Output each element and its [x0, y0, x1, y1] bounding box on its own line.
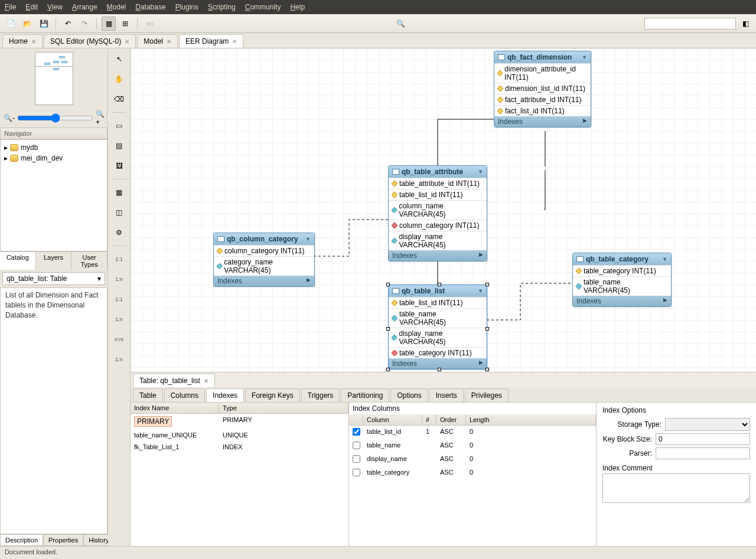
detail-tab-indexes[interactable]: Indexes [206, 388, 244, 402]
detail-tab-foreign-keys[interactable]: Foreign Keys [245, 388, 300, 402]
expand-icon[interactable]: ▶ [479, 251, 483, 260]
detail-tab-columns[interactable]: Columns [164, 388, 205, 402]
rel-1n-ni-tool-icon[interactable]: 1:n [111, 311, 128, 328]
col-index-name[interactable]: Index Name [131, 403, 219, 413]
idx-col-row[interactable]: table_categoryASC0 [349, 466, 596, 480]
expand-icon[interactable]: ▶ [479, 359, 483, 368]
layer-tool-icon[interactable]: ▭ [111, 117, 128, 134]
indexes-label[interactable]: Indexes [576, 297, 601, 305]
detail-tab-inserts[interactable]: Inserts [429, 388, 464, 402]
index-list[interactable]: Index Name Type PRIMARY PRIMARY table_na… [131, 403, 349, 546]
navigator-thumbnail[interactable] [35, 52, 73, 105]
idx-col-check[interactable] [353, 469, 360, 476]
idx-col-row[interactable]: table_nameASC0 [349, 439, 596, 453]
menu-scripting[interactable]: Scripting [208, 3, 236, 11]
undo-icon[interactable]: ↶ [61, 17, 75, 31]
close-icon[interactable]: ✕ [31, 38, 36, 45]
collapse-icon[interactable]: ▼ [305, 236, 311, 242]
tab-model[interactable]: Model✕ [137, 34, 178, 48]
entity-qb-column-category[interactable]: qb_column_category▼ column_category INT(… [213, 233, 315, 287]
idx-col-row[interactable]: display_nameASC0 [349, 453, 596, 466]
menu-community[interactable]: Community [245, 3, 281, 11]
resize-handle[interactable] [386, 283, 390, 286]
tab-home[interactable]: Home✕ [2, 34, 43, 48]
idx-col-row[interactable]: table_list_id1ASC0 [349, 426, 596, 439]
entity-qb-table-list[interactable]: qb_table_list▼ table_list_id INT(11) tab… [388, 285, 487, 370]
zoom-out-icon[interactable]: 🔍- [4, 114, 15, 122]
entity-qb-table-category[interactable]: qb_table_category▼ table_category INT(11… [572, 253, 672, 307]
indexes-label[interactable]: Indexes [392, 359, 417, 368]
rel-11-tool-icon[interactable]: 1:1 [111, 251, 128, 267]
close-icon[interactable]: ✕ [167, 38, 171, 45]
col-length[interactable]: Length [466, 414, 596, 425]
save-icon[interactable]: 💾 [37, 17, 51, 31]
collapse-icon[interactable]: ▼ [478, 169, 483, 175]
eer-canvas[interactable]: qb_fact_dimension▼ dimension_attribute_i… [131, 48, 756, 372]
menu-view[interactable]: View [47, 3, 63, 11]
zoom-in-icon[interactable]: 🔍+ [96, 110, 105, 126]
index-row-primary[interactable]: PRIMARY PRIMARY [131, 414, 348, 429]
index-comment-input[interactable] [602, 473, 750, 503]
search-input[interactable] [644, 18, 736, 30]
idx-col-check[interactable] [353, 428, 360, 436]
expand-icon[interactable]: ▶ [307, 277, 311, 285]
close-icon[interactable]: ✕ [232, 38, 237, 45]
detail-tab-options[interactable]: Options [390, 388, 428, 402]
object-selector[interactable]: qb_table_list: Table ▾ [2, 272, 105, 285]
menu-database[interactable]: Database [135, 3, 165, 11]
rel-existing-tool-icon[interactable]: 1:n [111, 351, 128, 368]
tab-catalog[interactable]: Catalog [0, 252, 36, 270]
hand-tool-icon[interactable]: ✋ [111, 71, 128, 87]
detail-tab-table[interactable]: Table [133, 388, 163, 402]
resize-handle[interactable] [438, 283, 441, 286]
tree-item-mydb[interactable]: ▸mydb [3, 142, 105, 153]
sidebar-toggle-icon[interactable]: ◧ [738, 17, 752, 31]
view-tool-icon[interactable]: ◫ [111, 204, 128, 221]
resize-handle[interactable] [438, 368, 441, 371]
indexes-label[interactable]: Indexes [217, 277, 242, 285]
grid-toggle-icon[interactable]: ▦ [102, 17, 116, 31]
tab-user-types[interactable]: User Types [71, 252, 107, 270]
resize-handle[interactable] [485, 327, 489, 331]
tab-sql-editor[interactable]: SQL Editor (MySQL-0)✕ [44, 34, 136, 48]
rel-1n-tool-icon[interactable]: 1:n [111, 271, 128, 287]
col-num[interactable]: # [422, 414, 436, 425]
resize-handle[interactable] [485, 283, 489, 286]
collapse-icon[interactable]: ▼ [662, 256, 667, 262]
menu-edit[interactable]: Edit [25, 3, 38, 11]
parser-input[interactable] [656, 447, 750, 459]
col-column[interactable]: Column [363, 414, 422, 425]
resize-handle[interactable] [386, 368, 390, 371]
menu-file[interactable]: File [5, 3, 16, 11]
menu-model[interactable]: Model [107, 3, 126, 11]
tab-eer-diagram[interactable]: EER Diagram✕ [179, 34, 243, 48]
detail-tab-triggers[interactable]: Triggers [301, 388, 340, 402]
tab-description[interactable]: Description [0, 534, 43, 546]
table-tool-icon[interactable]: ▦ [111, 184, 128, 201]
resize-handle[interactable] [386, 327, 390, 331]
idx-col-check[interactable] [353, 455, 360, 463]
new-file-icon[interactable]: 📄 [4, 17, 18, 31]
expand-icon[interactable]: ▶ [583, 117, 587, 126]
routine-tool-icon[interactable]: ⚙ [111, 224, 128, 241]
detail-title-tab[interactable]: Table: qb_table_list✕ [133, 374, 215, 387]
detail-tab-privileges[interactable]: Privileges [465, 388, 509, 402]
eraser-tool-icon[interactable]: ⌫ [111, 91, 128, 107]
open-file-icon[interactable]: 📂 [20, 17, 34, 31]
close-icon[interactable]: ✕ [204, 378, 208, 384]
col-index-type[interactable]: Type [219, 403, 348, 413]
menu-plugins[interactable]: Plugins [175, 3, 198, 11]
rel-nm-tool-icon[interactable]: n:m [111, 331, 128, 348]
snap-icon[interactable]: ⊞ [118, 17, 132, 31]
rel-11-ni-tool-icon[interactable]: 1:1 [111, 291, 128, 308]
col-order[interactable]: Order [436, 414, 466, 425]
idx-col-check[interactable] [353, 442, 360, 449]
storage-type-select[interactable] [665, 418, 750, 431]
tab-layers[interactable]: Layers [36, 252, 72, 270]
index-row-unique[interactable]: table_name_UNIQUE UNIQUE [131, 429, 348, 441]
page-icon[interactable]: ▭ [142, 17, 157, 31]
tab-properties[interactable]: Properties [43, 534, 83, 546]
index-row-fk[interactable]: fk_Table_List_1 INDEX [131, 441, 348, 453]
zoom-slider[interactable] [17, 113, 93, 123]
note-tool-icon[interactable]: ▤ [111, 138, 128, 154]
